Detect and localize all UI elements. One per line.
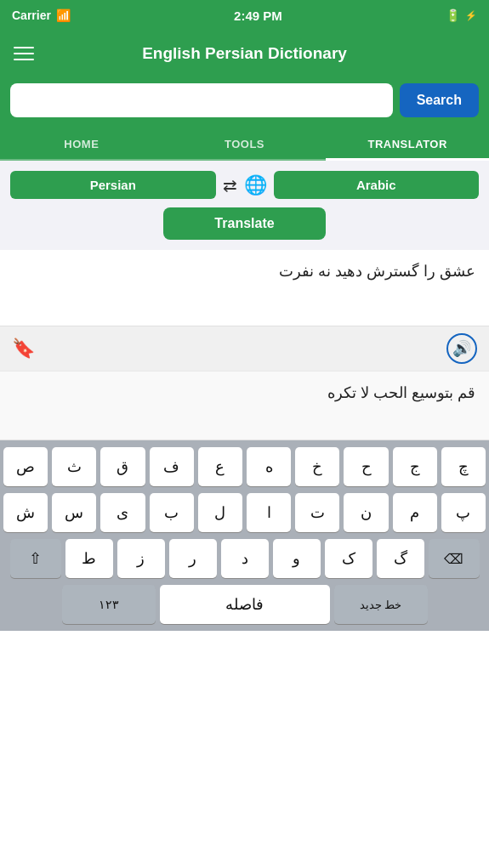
- key-kaf[interactable]: ک: [325, 539, 372, 578]
- key-dal[interactable]: د: [221, 539, 269, 578]
- key-shin[interactable]: ش: [3, 493, 48, 532]
- tab-tools[interactable]: TOOLS: [163, 129, 327, 159]
- key-fa[interactable]: ف: [150, 447, 194, 486]
- key-tah[interactable]: ط: [65, 539, 113, 578]
- translator-section: Persian ⇄ 🌐 Arabic Translate: [0, 161, 489, 250]
- keyboard-row-4: ۱۲۳ فاصله خط جدید: [3, 585, 486, 631]
- status-bar: Carrier 📶 2:49 PM 🔋 ⚡: [0, 0, 489, 31]
- app-header: English Persian Dictionary: [0, 31, 489, 77]
- key-ba[interactable]: ب: [150, 493, 194, 532]
- key-ya[interactable]: ی: [100, 493, 145, 532]
- target-lang-button[interactable]: Arabic: [274, 171, 480, 199]
- translate-btn-row: Translate: [10, 207, 479, 240]
- key-jim[interactable]: ج: [393, 447, 437, 486]
- menu-button[interactable]: [14, 47, 34, 60]
- header-title: English Persian Dictionary: [142, 44, 347, 63]
- key-che[interactable]: چ: [441, 447, 486, 486]
- keyboard-row-3: ⇧ ط ز ر د و ک گ ⌫: [3, 539, 486, 578]
- space-key[interactable]: فاصله: [160, 585, 330, 624]
- wifi-icon: 📶: [56, 9, 71, 22]
- key-lam[interactable]: ل: [198, 493, 242, 532]
- numbers-key[interactable]: ۱۲۳: [62, 585, 156, 624]
- bookmark-icon[interactable]: 🔖: [12, 338, 35, 360]
- translate-button[interactable]: Translate: [163, 207, 325, 240]
- battery-icon: 🔋: [446, 9, 460, 22]
- search-bar: Search: [0, 77, 489, 129]
- key-sad[interactable]: ص: [3, 447, 48, 486]
- key-sin[interactable]: س: [52, 493, 96, 532]
- source-lang-button[interactable]: Persian: [10, 171, 216, 199]
- lang-selector-row: Persian ⇄ 🌐 Arabic: [10, 171, 479, 199]
- keyboard: ص ث ق ف ع ه خ ح ج چ ش س ی ب ل ا ت ن م پ …: [0, 440, 489, 631]
- status-bar-left: Carrier 📶: [12, 9, 71, 22]
- tab-bar: HOME TOOLS TRANSLATOR: [0, 129, 489, 161]
- key-ha[interactable]: ه: [247, 447, 291, 486]
- status-bar-time: 2:49 PM: [234, 9, 282, 23]
- keyboard-row-2: ش س ی ب ل ا ت ن م پ: [3, 493, 486, 532]
- key-kha[interactable]: خ: [295, 447, 339, 486]
- search-button[interactable]: Search: [400, 83, 479, 117]
- shift-key[interactable]: ⇧: [10, 539, 61, 578]
- speaker-icon: 🔊: [452, 339, 471, 358]
- key-zay[interactable]: ز: [117, 539, 165, 578]
- key-nun[interactable]: ن: [344, 493, 388, 532]
- tab-home[interactable]: HOME: [0, 129, 163, 159]
- newline-key[interactable]: خط جدید: [334, 585, 428, 624]
- key-the[interactable]: ث: [52, 447, 96, 486]
- carrier-label: Carrier: [12, 9, 51, 22]
- key-pe[interactable]: پ: [441, 493, 486, 532]
- swap-icon[interactable]: ⇄: [223, 175, 237, 196]
- charging-icon: ⚡: [465, 10, 477, 21]
- key-hha[interactable]: ح: [344, 447, 388, 486]
- search-input[interactable]: [10, 83, 393, 117]
- input-text-area[interactable]: عشق را گسترش دهید نه نفرت: [0, 250, 489, 326]
- output-text: قم بتوسيع الحب لا تكره: [0, 372, 489, 440]
- key-ta[interactable]: ت: [295, 493, 339, 532]
- key-gaf[interactable]: گ: [377, 539, 424, 578]
- tab-translator[interactable]: TRANSLATOR: [326, 129, 489, 159]
- speaker-button[interactable]: 🔊: [446, 333, 477, 364]
- key-ra[interactable]: ر: [169, 539, 217, 578]
- key-waw[interactable]: و: [273, 539, 321, 578]
- status-bar-right: 🔋 ⚡: [446, 9, 477, 22]
- globe-icon[interactable]: 🌐: [244, 174, 267, 196]
- output-toolbar: 🔖 🔊: [0, 326, 489, 372]
- key-alef[interactable]: ا: [247, 493, 291, 532]
- delete-key[interactable]: ⌫: [429, 539, 480, 578]
- key-mim[interactable]: م: [393, 493, 437, 532]
- key-qaf[interactable]: ق: [100, 447, 145, 486]
- key-ayn[interactable]: ع: [198, 447, 242, 486]
- keyboard-row-1: ص ث ق ف ع ه خ ح ج چ: [3, 447, 486, 486]
- output-section: 🔖 🔊 قم بتوسيع الحب لا تكره: [0, 326, 489, 440]
